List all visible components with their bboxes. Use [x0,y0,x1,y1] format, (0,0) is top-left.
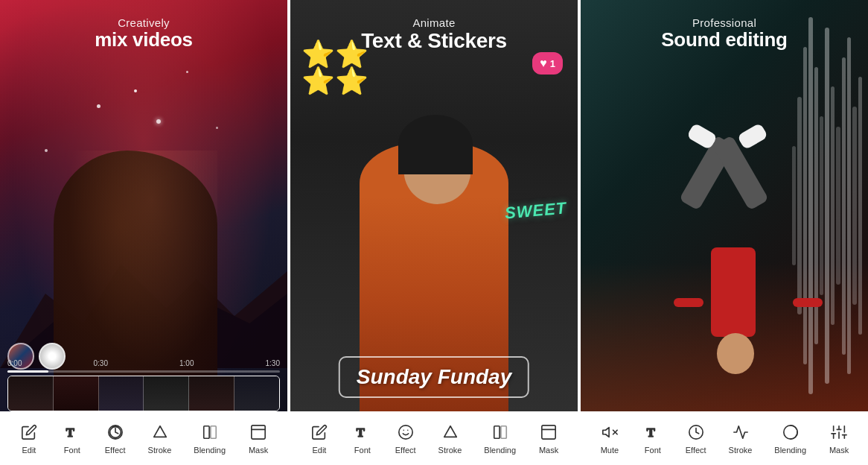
time-0: 0:00 [7,359,22,367]
svg-text:T: T [66,426,74,440]
mask-label-2: Mask [539,446,558,455]
edit-label: Edit [22,446,36,455]
film-frame-4 [144,376,189,411]
panel-2-subtitle: Animate [290,16,578,29]
svg-marker-11 [444,426,456,437]
svg-marker-16 [603,428,609,437]
sunday-funday-text: Sunday Funday [339,356,529,398]
panel-3-header: Professional Sound editing [581,16,868,51]
stroke-label: Stroke [148,446,172,455]
time-130: 1:30 [266,359,280,367]
edit-label-2: Edit [312,446,326,455]
toolbar-3-mute[interactable]: Mute [599,422,620,455]
toolbar-3-font[interactable]: T Font [642,422,663,455]
mute-label: Mute [601,446,619,455]
stroke-icon-3 [730,422,751,443]
toolbar-3-stroke[interactable]: Stroke [729,422,753,455]
sparkle-5 [45,149,48,152]
panel-3-subtitle: Professional [581,16,868,29]
svg-rect-5 [211,426,216,439]
person-hair [398,115,473,174]
acrobat-head [717,333,754,374]
film-frame-2 [54,376,99,411]
scrubber-bar[interactable] [7,370,280,373]
font-icon-3: T [642,422,663,443]
svg-rect-13 [501,426,506,439]
toolbar-2-effect[interactable]: Effect [395,422,416,455]
pencil-icon-2 [309,422,330,443]
blending-icon-2 [490,422,511,443]
sound-bar-9 [836,127,840,285]
font-label: Font [64,446,80,455]
effect-label: Effect [105,446,126,455]
svg-rect-14 [542,426,555,439]
blending-label-2: Blending [484,446,516,455]
sparkle-1 [134,89,137,92]
panel-1-header: Creatively mix videos [0,16,287,51]
svg-rect-12 [494,426,499,439]
panel-2-toolbar: Edit T Font Effect Stroke Blending [290,411,578,465]
sound-bar-7 [825,28,829,385]
sound-bar-13 [858,77,862,335]
sparkle-3 [97,104,100,108]
filmstrip[interactable] [7,376,280,411]
effect-icon-2 [395,422,416,443]
panel-1-toolbar: Edit T Font Effect Stroke Blending [0,411,287,465]
stroke-icon-2 [440,422,461,443]
toolbar-effect[interactable]: Effect [105,422,126,455]
panel-3-title: Sound editing [581,29,868,51]
sparkle-6 [156,119,161,124]
toolbar-edit[interactable]: Edit [19,422,39,455]
stroke-label-2: Stroke [438,446,462,455]
panel-1-subtitle: Creatively [0,16,287,29]
stroke-icon [150,422,170,443]
arm-2 [793,298,823,307]
panel-sound-editing: Professional Sound editing Mute T Font E… [578,0,868,465]
blending-label-3: Blending [774,446,806,455]
film-frame-6 [234,376,279,411]
svg-marker-3 [153,426,166,437]
person-acrobat [689,128,808,411]
panel-mix-videos: Creatively mix videos 0:00 0:30 1:00 1:3… [0,0,287,465]
toolbar-2-stroke[interactable]: Stroke [438,422,462,455]
sound-bar-10 [842,57,846,355]
font-label-3: Font [645,446,661,455]
toolbar-mask[interactable]: Mask [248,422,269,455]
leg-2 [712,135,769,211]
svg-text:T: T [647,426,655,440]
toolbar-2-blending[interactable]: Blending [484,422,516,455]
font-icon: T [62,422,83,443]
toolbar-3-blending[interactable]: Blending [774,422,806,455]
mask-label: Mask [249,446,268,455]
toolbar-2-mask[interactable]: Mask [538,422,559,455]
panel-2-title: Text & Stickers [290,29,578,53]
sound-bar-6 [820,116,823,294]
toolbar-2-edit[interactable]: Edit [309,422,330,455]
toolbar-3-effect[interactable]: Effect [686,422,706,455]
sound-bar-4 [808,17,812,393]
arm-1 [674,298,703,307]
mask-icon-3 [829,422,849,443]
toolbar-font[interactable]: T Font [62,422,83,455]
mask-label-3: Mask [829,446,849,455]
mute-icon [599,422,620,443]
effect-label-2: Effect [395,446,416,455]
panel-text-stickers: ⭐⭐⭐⭐ 1 SWEET Sunday Funday Animate Text … [287,0,578,465]
time-100: 1:00 [179,359,194,367]
sound-bar-12 [852,107,856,305]
toolbar-2-font[interactable]: T Font [352,422,373,455]
film-frame-3 [99,376,144,411]
panel-3-toolbar: Mute T Font Effect Stroke Blending [581,411,868,465]
blending-icon [200,422,220,443]
time-30: 0:30 [94,359,108,367]
blending-icon-3 [780,422,801,443]
sparkle-4 [216,127,218,129]
film-frame-1 [8,376,54,411]
effect-icon-3 [686,422,706,443]
toolbar-3-mask[interactable]: Mask [829,422,849,455]
effect-label-3: Effect [686,446,706,455]
toolbar-blending[interactable]: Blending [194,422,226,455]
timeline-area: 0:00 0:30 1:00 1:30 [0,359,287,411]
blending-label: Blending [194,446,226,455]
toolbar-stroke[interactable]: Stroke [148,422,172,455]
